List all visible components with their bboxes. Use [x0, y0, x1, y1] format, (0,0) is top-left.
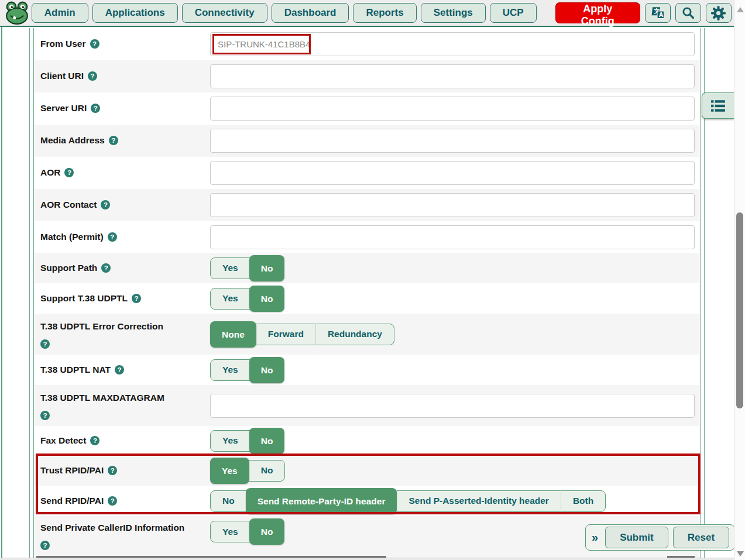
field-label-t38-udptl-nat: T.38 UDPTL NAT: [40, 363, 210, 377]
send-private-callerid-option-yes[interactable]: Yes: [211, 521, 250, 542]
field-label-text: Trust RPID/PAI: [40, 465, 104, 475]
form-row-match-permit: Match (Permit): [34, 221, 700, 253]
nav-button-settings[interactable]: Settings: [421, 3, 486, 23]
client-uri-input[interactable]: [210, 64, 695, 88]
form-row-support-path: Support PathYesNo: [34, 253, 700, 283]
help-icon[interactable]: [108, 232, 117, 242]
aor-input[interactable]: [210, 161, 695, 185]
aor-contact-input[interactable]: [210, 193, 695, 217]
settings-button[interactable]: [706, 3, 732, 23]
server-uri-input[interactable]: [210, 97, 695, 121]
match-permit-input[interactable]: [210, 225, 695, 249]
form-row-t38-udptl-error-correction: T.38 UDPTL Error CorrectionNoneForwardRe…: [34, 314, 700, 355]
field-label-fax-detect: Fax Detect: [40, 434, 210, 448]
field-label-text: T.38 UDPTL NAT: [40, 365, 111, 375]
form-row-support-t38-udptl: Support T.38 UDPTLYesNo: [34, 283, 700, 314]
nav-button-ucp[interactable]: UCP: [490, 3, 537, 23]
t38-udptl-nat-option-no[interactable]: No: [249, 357, 285, 383]
trust-rpid-pai-option-no[interactable]: No: [249, 460, 285, 482]
support-path-radioset: YesNo: [210, 257, 284, 279]
t38-udptl-maxdatagram-input[interactable]: [210, 394, 695, 418]
help-icon[interactable]: [115, 365, 124, 375]
apply-config-button[interactable]: Apply Config: [555, 2, 640, 23]
send-private-callerid-radioset: YesNo: [210, 521, 284, 542]
help-icon[interactable]: [90, 39, 99, 49]
help-icon[interactable]: [108, 466, 117, 475]
t38-udptl-error-correction-option-none[interactable]: None: [210, 321, 256, 348]
search-icon: [681, 6, 695, 20]
scroll-down-arrow-icon[interactable]: [737, 551, 744, 556]
field-label-media-address: Media Address: [40, 133, 210, 147]
field-label-aor-contact: AOR Contact: [40, 198, 210, 212]
trust-rpid-pai-option-yes[interactable]: Yes: [210, 458, 249, 484]
field-label-text: Client URI: [40, 71, 84, 81]
help-icon[interactable]: [101, 263, 111, 273]
support-t38-udptl-option-no[interactable]: No: [249, 286, 285, 312]
help-icon[interactable]: [108, 496, 117, 506]
help-icon[interactable]: [132, 294, 141, 303]
sidebar-toggle-tab[interactable]: [702, 92, 734, 119]
send-rpid-pai-option-send-remote-party-id-header[interactable]: Send Remote-Party-ID header: [246, 488, 397, 514]
field-label-aor: AOR: [40, 166, 210, 180]
help-icon[interactable]: [90, 436, 99, 445]
field-label-client-uri: Client URI: [40, 69, 210, 83]
field-label-text: T.38 UDPTL MAXDATAGRAM: [40, 393, 164, 403]
from-user-input[interactable]: [210, 32, 695, 56]
field-label-text: Send Private CallerID Information: [40, 523, 184, 532]
fax-detect-option-yes[interactable]: Yes: [211, 430, 250, 452]
form-row-aor-contact: AOR Contact: [34, 189, 700, 221]
form-row-server-uri: Server URI: [34, 92, 700, 125]
help-icon[interactable]: [64, 168, 74, 177]
t38-udptl-nat-option-yes[interactable]: Yes: [211, 359, 250, 381]
settings-gear-icon: [710, 5, 726, 21]
nav-button-reports[interactable]: Reports: [353, 3, 416, 23]
field-label-trust-rpid-pai: Trust RPID/PAI: [40, 463, 210, 477]
vertical-scrollbar[interactable]: [734, 0, 745, 560]
nav-button-applications[interactable]: Applications: [92, 3, 178, 23]
reset-button[interactable]: Reset: [673, 527, 729, 548]
send-rpid-pai-option-no[interactable]: No: [211, 490, 246, 512]
language-button[interactable]: 文 A: [645, 3, 671, 23]
send-rpid-pai-option-send-p-asserted-identity-header[interactable]: Send P-Asserted-Identity header: [396, 490, 560, 512]
support-path-option-yes[interactable]: Yes: [211, 257, 250, 279]
search-button[interactable]: [675, 3, 701, 23]
send-rpid-pai-option-both[interactable]: Both: [561, 490, 605, 512]
content-outer-frame: From UserClient URIServer URIMedia Addre…: [29, 28, 705, 560]
svg-text:A: A: [658, 11, 663, 18]
trust-rpid-pai-radioset: YesNo: [210, 460, 285, 482]
field-label-send-rpid-pai: Send RPID/PAI: [40, 494, 210, 508]
vertical-scrollbar-thumb[interactable]: [736, 212, 743, 408]
help-icon[interactable]: [88, 71, 97, 81]
media-address-input[interactable]: [210, 129, 695, 153]
help-icon[interactable]: [109, 136, 118, 145]
t38-udptl-error-correction-option-redundancy[interactable]: Redundancy: [315, 324, 394, 345]
nav-button-connectivity[interactable]: Connectivity: [182, 3, 267, 23]
help-icon[interactable]: [101, 200, 110, 209]
form-row-send-rpid-pai: Send RPID/PAINoSend Remote-Party-ID head…: [34, 486, 700, 516]
support-path-option-no[interactable]: No: [249, 255, 285, 281]
field-label-text: Media Address: [40, 135, 105, 145]
submit-button[interactable]: Submit: [605, 527, 668, 548]
form-row-trust-rpid-pai: Trust RPID/PAIYesNo: [34, 455, 700, 486]
help-icon[interactable]: [40, 411, 50, 420]
t38-udptl-error-correction-option-forward[interactable]: Forward: [256, 324, 315, 345]
help-icon[interactable]: [40, 339, 50, 349]
field-label-support-path: Support Path: [40, 261, 210, 275]
help-icon[interactable]: [91, 104, 100, 113]
field-label-send-private-callerid: Send Private CallerID Information: [40, 521, 210, 550]
nav-button-dashboard[interactable]: Dashboard: [272, 3, 349, 23]
horizontal-scrollbar[interactable]: [0, 558, 734, 560]
fax-detect-radioset: YesNo: [210, 430, 284, 452]
form-row-media-address: Media Address: [34, 125, 700, 157]
nav-button-admin[interactable]: Admin: [32, 3, 88, 23]
form-row-aor: AOR: [34, 157, 700, 189]
freepbx-logo[interactable]: [2, 1, 32, 25]
fax-detect-option-no[interactable]: No: [249, 428, 285, 454]
send-private-callerid-option-no[interactable]: No: [249, 518, 285, 545]
scroll-up-arrow-icon[interactable]: [737, 7, 744, 12]
field-label-server-uri: Server URI: [40, 101, 210, 115]
help-icon[interactable]: [40, 541, 50, 550]
collapse-actions-chevron[interactable]: »: [589, 531, 600, 544]
list-icon: [710, 99, 726, 112]
support-t38-udptl-option-yes[interactable]: Yes: [211, 288, 250, 310]
